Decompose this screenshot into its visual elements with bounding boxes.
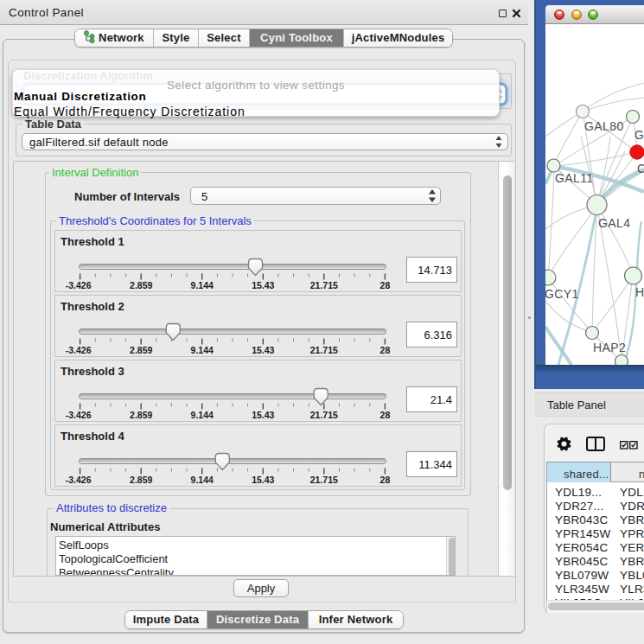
svg-text:28: 28 bbox=[380, 410, 391, 420]
svg-text:C: C bbox=[637, 162, 644, 175]
svg-text:GAL80: GAL80 bbox=[584, 119, 624, 133]
svg-text:9.144: 9.144 bbox=[191, 280, 214, 290]
svg-text:21.715: 21.715 bbox=[310, 345, 338, 355]
svg-text:GA: GA bbox=[634, 128, 644, 142]
svg-text:GAL4: GAL4 bbox=[598, 216, 630, 230]
svg-text:28: 28 bbox=[380, 475, 391, 485]
svg-text:-3.426: -3.426 bbox=[66, 475, 92, 485]
svg-text:9.144: 9.144 bbox=[191, 475, 214, 485]
svg-text:2.859: 2.859 bbox=[130, 410, 152, 420]
svg-text:28: 28 bbox=[380, 345, 391, 355]
svg-text:-3.426: -3.426 bbox=[66, 410, 92, 420]
svg-text:21.715: 21.715 bbox=[310, 280, 338, 290]
svg-text:15.43: 15.43 bbox=[252, 410, 274, 420]
svg-text:-3.426: -3.426 bbox=[66, 280, 92, 290]
svg-text:2.859: 2.859 bbox=[130, 345, 152, 355]
svg-text:21.715: 21.715 bbox=[310, 410, 338, 420]
svg-text:28: 28 bbox=[380, 280, 391, 290]
svg-text:9.144: 9.144 bbox=[191, 410, 214, 420]
svg-text:-3.426: -3.426 bbox=[66, 345, 92, 355]
svg-text:15.43: 15.43 bbox=[252, 345, 274, 355]
svg-text:GAL11: GAL11 bbox=[555, 171, 594, 185]
svg-text:15.43: 15.43 bbox=[252, 475, 274, 485]
svg-text:21.715: 21.715 bbox=[310, 475, 338, 485]
svg-text:2.859: 2.859 bbox=[130, 475, 152, 485]
svg-text:2.859: 2.859 bbox=[130, 280, 152, 290]
svg-text:GCY1: GCY1 bbox=[545, 287, 579, 301]
svg-text:15.43: 15.43 bbox=[252, 280, 274, 290]
svg-text:H: H bbox=[635, 285, 644, 299]
svg-text:HAP2: HAP2 bbox=[593, 341, 626, 354]
svg-text:9.144: 9.144 bbox=[191, 345, 214, 355]
